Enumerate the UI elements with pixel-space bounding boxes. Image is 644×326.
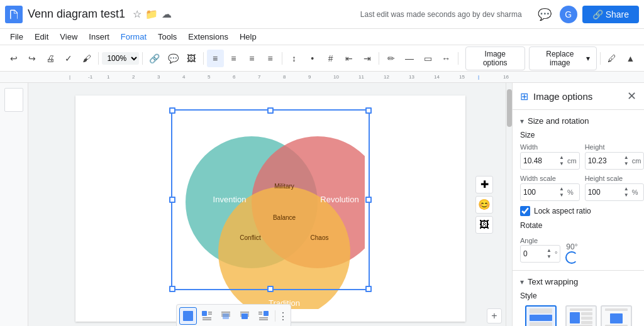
width-input-row: ▲ ▼ cm — [520, 152, 580, 170]
menu-file[interactable]: File — [5, 30, 28, 43]
panel-header-icon: ⊞ — [520, 90, 528, 102]
sep3 — [203, 52, 204, 65]
scrollbar[interactable] — [506, 83, 512, 326]
text-wrapping-title: Text wrapping — [528, 277, 578, 286]
menu-view[interactable]: View — [55, 30, 82, 43]
image-button[interactable]: 🖼 — [183, 50, 200, 67]
width-spinners: ▲ ▼ — [557, 155, 566, 167]
angle-up[interactable]: ▲ — [545, 247, 553, 254]
menu-format[interactable]: Format — [116, 30, 152, 43]
height-scale-up[interactable]: ▲ — [622, 186, 631, 192]
line-spacing-button[interactable]: ↕ — [286, 50, 303, 67]
sep5 — [379, 52, 379, 65]
inline-btn[interactable] — [179, 307, 197, 325]
width-scale-down[interactable]: ▼ — [557, 192, 566, 198]
size-rotation-header[interactable]: ▾ Size and rotation — [520, 116, 636, 126]
wrap-right-btn[interactable] — [255, 307, 272, 325]
text-wrapping-header[interactable]: ▾ Text wrapping — [520, 277, 636, 286]
undo-button[interactable]: ↩ — [5, 50, 22, 67]
width-scale-up[interactable]: ▲ — [557, 186, 566, 192]
paint-format-button[interactable]: 🖌 — [78, 50, 95, 67]
image-float-btn[interactable]: 🖼 — [475, 216, 493, 234]
sep6 — [458, 52, 458, 65]
style-break[interactable]: Break text — [601, 305, 632, 326]
svg-rect-36 — [570, 308, 592, 311]
height-down[interactable]: ▼ — [622, 161, 631, 167]
align-left-button[interactable]: ≡ — [207, 50, 224, 67]
height-unit: cm — [632, 157, 641, 165]
height-up[interactable]: ▲ — [622, 155, 631, 161]
print-button[interactable]: 🖨 — [42, 50, 58, 67]
spellcheck-button[interactable]: ✓ — [60, 50, 77, 67]
rotate-icon[interactable] — [565, 251, 578, 264]
drive-icon[interactable]: 📁 — [145, 8, 158, 20]
border-button[interactable]: ▭ — [419, 50, 436, 67]
comment-icon[interactable]: 💬 — [535, 4, 555, 24]
wrap-left-btn[interactable] — [198, 307, 216, 325]
rotate-section: Rotate Angle ▲ ▼ ° — [520, 221, 636, 264]
indent-dec-button[interactable]: ⇤ — [340, 50, 357, 67]
zoom-select[interactable]: 100% 75% 50% 150% — [102, 52, 139, 65]
menu-extensions[interactable]: Extensions — [183, 30, 233, 43]
add-page-button[interactable]: + — [487, 308, 502, 323]
angle-down[interactable]: ▼ — [545, 254, 553, 260]
drawing-button[interactable]: ✏ — [382, 50, 399, 67]
link-button[interactable]: 🔗 — [146, 50, 163, 67]
svg-rect-33 — [581, 312, 592, 315]
collapse-button[interactable]: ▲ — [622, 50, 639, 67]
scrollbar-thumb[interactable] — [507, 89, 512, 127]
numbered-list-button[interactable]: # — [322, 50, 339, 67]
panel-close-button[interactable]: ✕ — [627, 89, 636, 103]
width-group: Width ▲ ▼ cm — [520, 143, 580, 170]
replace-image-button[interactable]: Replace image ▾ — [529, 46, 597, 70]
share-button[interactable]: 🔗 Share — [582, 6, 639, 23]
bullet-list-button[interactable]: • — [304, 50, 321, 67]
page-thumbnail[interactable] — [4, 88, 23, 112]
height-scale-down[interactable]: ▼ — [622, 192, 631, 198]
emoji-float-btn[interactable]: 😊 — [475, 196, 493, 214]
svg-rect-11 — [202, 311, 207, 316]
more-options-icon[interactable]: ⋮ — [278, 310, 288, 322]
sep4 — [282, 52, 282, 65]
height-scale-input-row: ▲ ▼ % — [585, 183, 644, 201]
image-format-toolbar: ⋮ — [176, 304, 291, 326]
image-options-button[interactable]: Image options — [465, 46, 525, 70]
align-right-button[interactable]: ≡ — [243, 50, 260, 67]
cloud-icon[interactable]: ☁ — [162, 8, 172, 20]
width-scale-input[interactable] — [523, 188, 555, 197]
menu-help[interactable]: Help — [235, 30, 262, 43]
width-input[interactable] — [523, 156, 555, 165]
svg-rect-19 — [223, 313, 229, 319]
left-sidebar — [0, 83, 28, 326]
align-center-button[interactable]: ≡ — [225, 50, 242, 67]
width-scale-spinners: ▲ ▼ — [557, 186, 566, 198]
sep7 — [600, 52, 601, 65]
redo-button[interactable]: ↪ — [23, 50, 40, 67]
height-scale-input[interactable] — [588, 188, 619, 197]
pen-button[interactable]: 🖊 — [604, 50, 621, 67]
wrap-button[interactable]: ↔ — [438, 50, 455, 67]
lock-aspect-checkbox[interactable] — [520, 206, 530, 216]
style-inline[interactable]: In line with text — [520, 305, 562, 326]
front-text-btn[interactable] — [236, 307, 253, 325]
menu-edit[interactable]: Edit — [30, 30, 53, 43]
width-up[interactable]: ▲ — [557, 155, 566, 161]
add-comment-float-btn[interactable]: ✚ — [475, 176, 493, 193]
star-icon[interactable]: ☆ — [133, 8, 142, 20]
comment-button[interactable]: 💬 — [165, 50, 182, 67]
height-input[interactable] — [588, 156, 619, 165]
menu-tools[interactable]: Tools — [153, 30, 182, 43]
behind-text-btn[interactable] — [217, 307, 235, 325]
size-grid: Width ▲ ▼ cm Height — [520, 143, 636, 201]
angle-input[interactable] — [523, 249, 542, 258]
align-justify-button[interactable]: ≡ — [262, 50, 279, 67]
venn-diagram[interactable]: .circle-label { fill: white; font-size: … — [176, 114, 365, 309]
text-wrapping-section: ▾ Text wrapping Style In line with text — [513, 271, 644, 326]
line-button[interactable]: — — [401, 50, 418, 67]
indent-inc-button[interactable]: ⇥ — [358, 50, 375, 67]
style-wrap[interactable]: Wrap text — [565, 305, 597, 326]
svg-rect-31 — [530, 322, 552, 326]
menu-insert[interactable]: Insert — [84, 30, 114, 43]
style-options: In line with text Wrap te — [520, 305, 636, 326]
width-down[interactable]: ▼ — [557, 161, 566, 167]
